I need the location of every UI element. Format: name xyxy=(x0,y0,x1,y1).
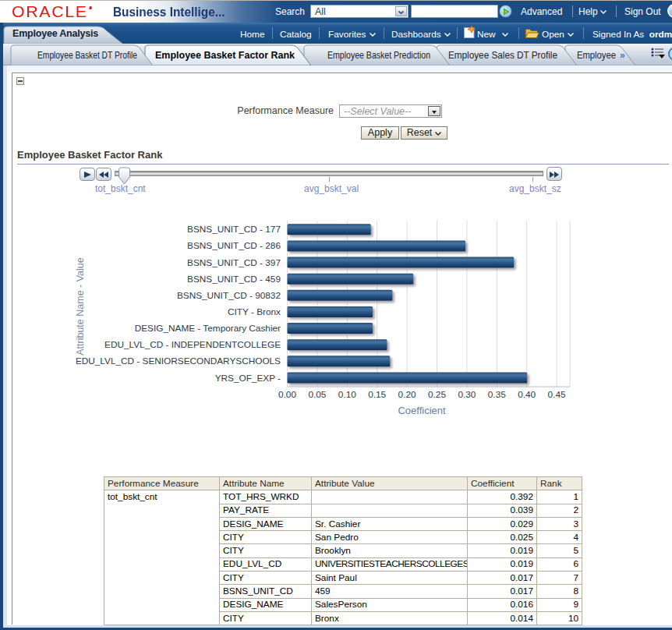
svg-text:CITY - Bronx: CITY - Bronx xyxy=(228,306,281,317)
svg-text:0.45: 0.45 xyxy=(548,389,566,400)
svg-text:0.10: 0.10 xyxy=(338,389,356,400)
svg-text:Employee Basket Prediction: Employee Basket Prediction xyxy=(327,50,430,61)
svg-text:0.35: 0.35 xyxy=(488,389,506,400)
svg-text:Employee Basket DT Profile: Employee Basket DT Profile xyxy=(37,50,137,61)
svg-text:Employee: Employee xyxy=(577,50,616,61)
svg-text:0.30: 0.30 xyxy=(458,389,476,400)
svg-text:EDU_LVL_CD - SENIORSECONDARYSC: EDU_LVL_CD - SENIORSECONDARYSCHOOLS xyxy=(76,356,281,366)
svg-text:Coefficient: Coefficient xyxy=(398,405,446,416)
svg-text:0.40: 0.40 xyxy=(518,389,536,400)
svg-text:0.20: 0.20 xyxy=(398,389,416,400)
svg-text:BSNS_UNIT_CD - 286: BSNS_UNIT_CD - 286 xyxy=(187,240,281,251)
svg-text:DESIG_NAME - Temporary Cashier: DESIG_NAME - Temporary Cashier xyxy=(135,323,281,334)
svg-text:BSNS_UNIT_CD - 90832: BSNS_UNIT_CD - 90832 xyxy=(177,290,281,301)
svg-text:Employee Basket Factor Rank: Employee Basket Factor Rank xyxy=(155,50,295,61)
svg-text:YRS_OF_EXP -: YRS_OF_EXP - xyxy=(215,373,281,384)
svg-text:BSNS_UNIT_CD - 177: BSNS_UNIT_CD - 177 xyxy=(187,224,281,235)
svg-text:»: » xyxy=(620,50,625,61)
svg-text:0.00: 0.00 xyxy=(278,389,296,400)
svg-text:Employee Sales DT Profile: Employee Sales DT Profile xyxy=(448,50,557,61)
svg-text:0.25: 0.25 xyxy=(428,389,446,400)
svg-text:0.05: 0.05 xyxy=(308,389,326,400)
svg-text:EDU_LVL_CD - INDEPENDENTCOLLEG: EDU_LVL_CD - INDEPENDENTCOLLEGE xyxy=(104,339,281,350)
svg-text:BSNS_UNIT_CD - 459: BSNS_UNIT_CD - 459 xyxy=(187,274,281,285)
svg-text:Attribute Name - Value: Attribute Name - Value xyxy=(75,257,86,356)
svg-text:BSNS_UNIT_CD - 397: BSNS_UNIT_CD - 397 xyxy=(187,257,281,268)
svg-text:0.15: 0.15 xyxy=(368,389,386,400)
